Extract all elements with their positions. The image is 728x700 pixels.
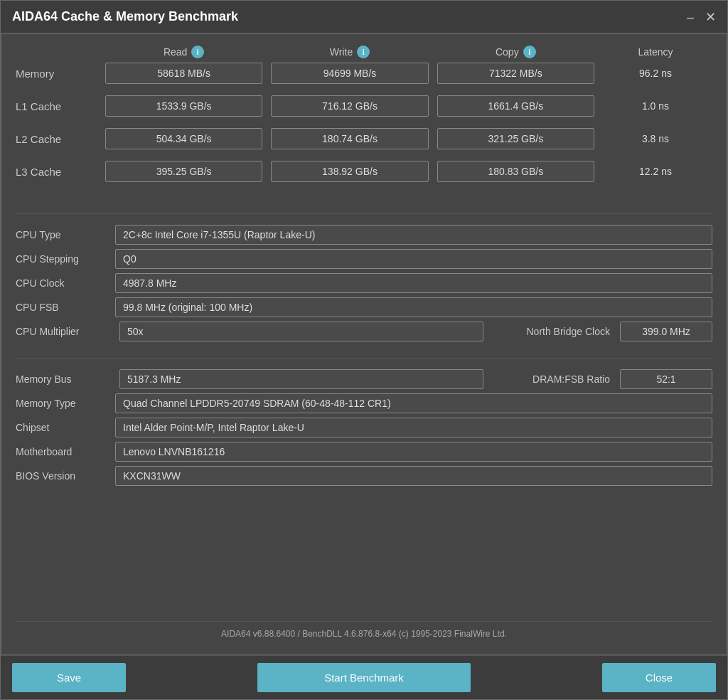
memory-type-value: Quad Channel LPDDR5-20749 SDRAM (60-48-4… — [115, 393, 712, 413]
cpu-multiplier-label: CPU Multiplier — [16, 326, 115, 337]
divider-1 — [16, 213, 712, 214]
bench-col-empty — [16, 46, 101, 58]
write-info-icon[interactable]: i — [357, 46, 370, 58]
bench-col-read: Read i — [101, 46, 267, 58]
bios-value: KXCN31WW — [115, 466, 712, 486]
bios-label: BIOS Version — [16, 470, 115, 482]
bench-row-l2: L2 Cache 504.34 GB/s 180.74 GB/s 321.25 … — [16, 128, 712, 149]
l1-write: 716.12 GB/s — [271, 95, 428, 117]
memory-type-row: Memory Type Quad Channel LPDDR5-20749 SD… — [16, 393, 712, 414]
divider-2 — [16, 358, 712, 359]
cpu-clock-row: CPU Clock 4987.8 MHz — [16, 272, 712, 294]
memory-type-label: Memory Type — [16, 398, 115, 409]
l1-latency: 1.0 ns — [599, 100, 712, 112]
l1-read: 1533.9 GB/s — [105, 95, 262, 117]
bench-row-memory: Memory 58618 MB/s 94699 MB/s 71322 MB/s … — [16, 63, 712, 84]
dram-fsb-label: DRAM:FSB Ratio — [488, 373, 616, 385]
close-button-bottom[interactable]: Close — [602, 663, 716, 692]
cpu-fsb-row: CPU FSB 99.8 MHz (original: 100 MHz) — [16, 297, 712, 318]
save-button[interactable]: Save — [12, 663, 126, 692]
cpu-fsb-label: CPU FSB — [16, 302, 115, 313]
cpu-stepping-label: CPU Stepping — [16, 253, 115, 265]
memory-label: Memory — [16, 68, 101, 80]
title-bar-controls: – ✕ — [687, 11, 716, 23]
bottom-bar: Save Start Benchmark Close — [1, 655, 727, 699]
footer-note: AIDA64 v6.88.6400 / BenchDLL 4.6.876.8-x… — [16, 621, 712, 643]
motherboard-row: Motherboard Lenovo LNVNB161216 — [16, 441, 712, 462]
memory-write: 94699 MB/s — [271, 63, 428, 84]
motherboard-label: Motherboard — [16, 446, 115, 457]
cpu-clock-label: CPU Clock — [16, 277, 115, 289]
l3-latency: 12.2 ns — [599, 166, 712, 177]
cpu-stepping-row: CPU Stepping Q0 — [16, 248, 712, 270]
cpu-info-section: CPU Type 2C+8c Intel Core i7-1355U (Rapt… — [16, 224, 712, 342]
read-info-icon[interactable]: i — [191, 46, 204, 58]
minimize-button[interactable]: – — [687, 11, 694, 23]
l1-label: L1 Cache — [16, 100, 101, 112]
main-window: AIDA64 Cache & Memory Benchmark – ✕ Read… — [0, 0, 728, 700]
bench-col-write: Write i — [267, 46, 432, 58]
l1-copy: 1661.4 GB/s — [437, 95, 594, 117]
l3-copy: 180.83 GB/s — [437, 161, 594, 182]
memory-bus-row: Memory Bus 5187.3 MHz DRAM:FSB Ratio 52:… — [16, 368, 712, 390]
bench-col-latency: Latency — [599, 46, 712, 58]
close-button[interactable]: ✕ — [705, 11, 716, 23]
l3-read: 395.25 GB/s — [105, 161, 262, 182]
cpu-fsb-value: 99.8 MHz (original: 100 MHz) — [115, 297, 712, 317]
north-bridge-value: 399.0 MHz — [620, 322, 712, 341]
l2-label: L2 Cache — [16, 133, 101, 145]
memory-latency: 96.2 ns — [599, 68, 712, 79]
bench-row-l1: L1 Cache 1533.9 GB/s 716.12 GB/s 1661.4 … — [16, 95, 712, 117]
content-area: Read i Write i Copy i Latency Memory 58 — [1, 33, 727, 655]
benchmark-table: Read i Write i Copy i Latency Memory 58 — [16, 46, 712, 193]
motherboard-value: Lenovo LNVNB161216 — [115, 442, 712, 462]
cpu-clock-value: 4987.8 MHz — [115, 273, 712, 293]
l2-latency: 3.8 ns — [599, 133, 712, 144]
copy-info-icon[interactable]: i — [523, 46, 536, 58]
l2-copy: 321.25 GB/s — [437, 128, 594, 149]
cpu-multiplier-value: 50x — [119, 322, 483, 341]
title-bar: AIDA64 Cache & Memory Benchmark – ✕ — [1, 1, 727, 33]
dram-fsb-value: 52:1 — [620, 369, 712, 389]
north-bridge-label: North Bridge Clock — [488, 326, 616, 337]
memory-read: 58618 MB/s — [105, 63, 262, 84]
bench-header-row: Read i Write i Copy i Latency — [16, 46, 712, 58]
chipset-value: Intel Alder Point-M/P, Intel Raptor Lake… — [115, 418, 712, 438]
chipset-row: Chipset Intel Alder Point-M/P, Intel Rap… — [16, 417, 712, 438]
bench-row-l3: L3 Cache 395.25 GB/s 138.92 GB/s 180.83 … — [16, 161, 712, 182]
l3-write: 138.92 GB/s — [271, 161, 428, 182]
window-title: AIDA64 Cache & Memory Benchmark — [12, 9, 238, 24]
memory-bus-label: Memory Bus — [16, 373, 115, 385]
l2-read: 504.34 GB/s — [105, 128, 262, 149]
chipset-label: Chipset — [16, 422, 115, 433]
memory-bus-value: 5187.3 MHz — [119, 369, 483, 389]
memory-copy: 71322 MB/s — [437, 63, 594, 84]
cpu-type-row: CPU Type 2C+8c Intel Core i7-1355U (Rapt… — [16, 224, 712, 245]
bios-row: BIOS Version KXCN31WW — [16, 465, 712, 487]
cpu-stepping-value: Q0 — [115, 249, 712, 269]
bench-col-copy: Copy i — [433, 46, 599, 58]
cpu-type-value: 2C+8c Intel Core i7-1355U (Raptor Lake-U… — [115, 225, 712, 245]
l3-label: L3 Cache — [16, 166, 101, 178]
l2-write: 180.74 GB/s — [271, 128, 428, 149]
cpu-type-label: CPU Type — [16, 229, 115, 240]
memory-info-section: Memory Bus 5187.3 MHz DRAM:FSB Ratio 52:… — [16, 368, 712, 487]
cpu-multiplier-row: CPU Multiplier 50x North Bridge Clock 39… — [16, 321, 712, 342]
start-benchmark-button[interactable]: Start Benchmark — [257, 663, 471, 692]
